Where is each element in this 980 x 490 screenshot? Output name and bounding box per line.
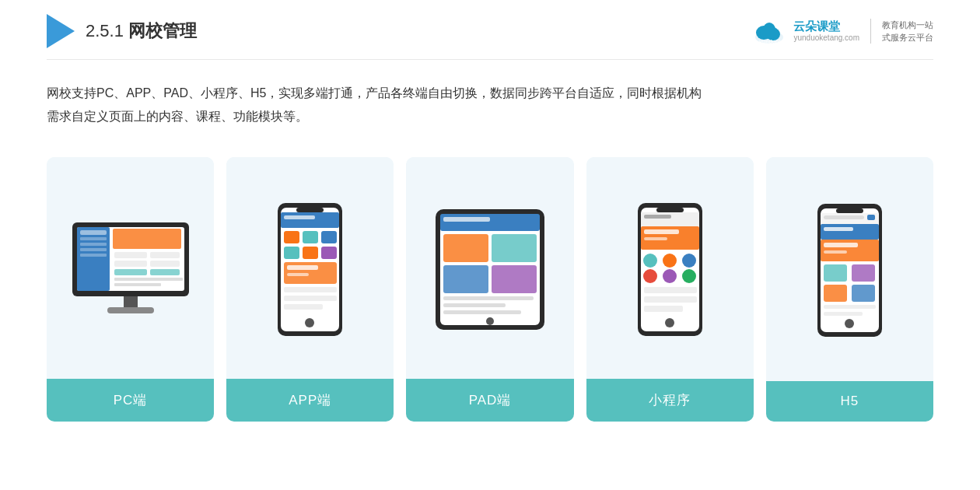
brand-logo: yunduoketang 云朵课堂 yunduoketang.com 教育机构一… [751,16,933,47]
svg-rect-79 [821,224,879,240]
logo-main-name: 云朵课堂 [793,19,840,33]
card-pc: PC端 [47,157,214,422]
svg-rect-24 [107,307,154,313]
card-app-label: APP端 [226,379,394,422]
svg-rect-32 [321,231,337,243]
svg-rect-88 [824,305,876,309]
svg-rect-37 [287,265,318,270]
card-miniapp: 小程序 [586,157,754,422]
svg-rect-34 [303,247,318,259]
svg-rect-47 [443,217,490,222]
card-h5: H5 [766,157,933,422]
page-title: 2.5.1 网校管理 [86,19,197,43]
svg-rect-17 [114,261,147,267]
card-app-image [226,157,394,379]
svg-rect-20 [150,269,180,275]
svg-rect-71 [644,306,683,312]
description-text: 网校支持PC、APP、PAD、小程序、H5，实现多端打通，产品各终端自由切换，数… [47,60,933,143]
svg-point-45 [486,317,494,325]
svg-rect-16 [150,252,180,258]
svg-point-65 [682,254,696,268]
card-h5-label: H5 [766,381,933,422]
svg-rect-87 [852,285,875,302]
svg-rect-52 [443,296,534,300]
yunduoketang-logo-icon: yunduoketang [751,16,787,47]
svg-rect-33 [284,247,299,259]
svg-rect-28 [281,212,339,228]
card-pad: PAD端 [406,157,573,422]
svg-point-64 [663,254,677,268]
svg-point-67 [663,269,677,283]
logo-slogan: 教育机构一站 式服务云平台 [882,19,933,44]
logo-text: 云朵课堂 yunduoketang.com [793,19,859,43]
svg-rect-77 [824,215,864,219]
svg-rect-11 [80,243,107,246]
logo-divider [870,19,871,44]
svg-rect-19 [114,269,147,275]
card-pad-image [406,157,573,379]
svg-rect-69 [644,287,697,293]
svg-rect-40 [284,296,337,301]
card-app: APP端 [226,157,394,422]
card-miniapp-label: 小程序 [586,379,754,422]
svg-rect-84 [824,264,847,282]
svg-rect-51 [492,265,537,293]
svg-rect-35 [321,247,337,259]
svg-rect-22 [114,283,161,286]
logo-url: yunduoketang.com [793,33,859,43]
svg-point-66 [643,269,657,283]
svg-rect-29 [284,215,315,219]
svg-rect-13 [80,254,107,257]
svg-rect-9 [80,230,107,235]
app-phone-illustration [273,201,347,338]
svg-rect-70 [644,296,697,303]
svg-rect-14 [113,229,181,249]
svg-rect-82 [824,243,858,247]
svg-rect-12 [80,248,107,251]
card-pc-label: PC端 [47,379,214,422]
miniapp-phone-illustration [633,201,707,338]
svg-rect-78 [867,215,875,220]
svg-rect-41 [284,304,323,310]
svg-rect-53 [443,303,506,307]
svg-rect-39 [284,287,337,292]
card-pc-image [47,157,214,379]
svg-rect-30 [284,231,299,243]
card-h5-image [766,157,933,381]
svg-point-42 [305,318,314,327]
svg-rect-62 [644,237,667,240]
svg-rect-10 [80,237,107,240]
svg-rect-89 [824,312,863,316]
svg-point-4 [760,26,779,39]
svg-rect-48 [443,234,488,262]
svg-point-90 [845,319,854,328]
svg-rect-49 [492,234,537,262]
svg-rect-80 [824,227,853,231]
svg-rect-27 [296,208,324,212]
card-pad-label: PAD端 [406,379,573,422]
svg-rect-23 [124,296,138,307]
svg-rect-85 [852,264,875,282]
pad-tablet-illustration [432,205,548,334]
svg-point-63 [643,254,657,268]
header-left: 2.5.1 网校管理 [47,14,197,48]
svg-point-68 [682,269,696,283]
svg-rect-8 [77,227,110,291]
svg-text:yunduoketang: yunduoketang [759,39,787,45]
svg-rect-46 [440,214,540,231]
svg-rect-58 [641,212,699,226]
logo-triangle-icon [47,14,75,48]
card-miniapp-image [586,157,754,379]
svg-rect-50 [443,265,488,293]
svg-rect-57 [656,208,684,212]
page-container: 2.5.1 网校管理 yunduoketang 云朵课堂 yunduoketan… [0,0,980,490]
svg-rect-54 [443,310,521,314]
cards-container: PC端 [47,157,933,422]
svg-rect-59 [644,215,671,219]
h5-phone-illustration [813,202,887,338]
svg-rect-31 [303,231,318,243]
svg-rect-83 [824,250,847,254]
svg-rect-21 [114,278,183,281]
pc-monitor-illustration [65,219,197,320]
svg-rect-38 [287,273,309,276]
